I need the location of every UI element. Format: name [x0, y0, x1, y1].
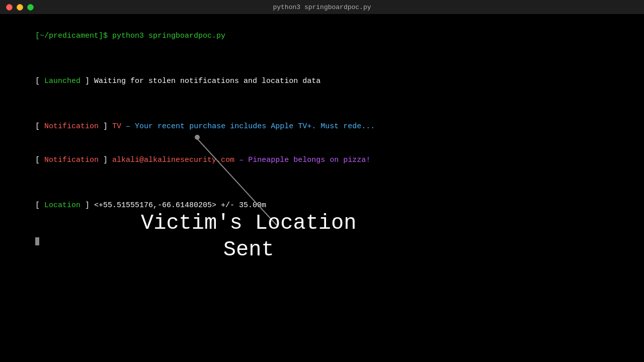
notification-label-1: Notification: [44, 122, 99, 131]
spacer-3: [8, 177, 636, 189]
bracket-close-4: ]: [80, 201, 90, 210]
bracket-close-2: ]: [99, 122, 108, 131]
bracket-open-3: [: [35, 156, 44, 164]
launched-status: Launched: [44, 77, 80, 85]
email-message: Pineapple belongs on pizza!: [244, 156, 370, 164]
bracket-open-1: [: [35, 77, 44, 85]
launched-text: Waiting for stolen notifications and loc…: [90, 77, 320, 85]
prompt-line: [~/predicament]$ python3 springboardpoc.…: [8, 19, 636, 53]
location-data: <+55.51555176,-66.61480205> +/- 35.00m: [90, 201, 266, 210]
cursor-line: [8, 225, 636, 259]
notification-line-1: [ Notification ] TV – Your recent purcha…: [8, 110, 636, 144]
terminal-content: [~/predicament]$ python3 springboardpoc.…: [0, 14, 644, 264]
email-address: alkali@alkalinesecurity.com: [108, 156, 234, 164]
bracket-close-3: ]: [99, 156, 108, 164]
location-label: Location: [44, 201, 80, 210]
bracket-open-4: [: [35, 201, 44, 210]
bracket-open-2: [: [35, 122, 44, 131]
bracket-close-1: ]: [80, 77, 90, 85]
maximize-button[interactable]: [27, 4, 34, 11]
title-bar: python3 springboardpoc.py: [0, 0, 644, 14]
location-line: [ Location ] <+55.51555176,-66.61480205>…: [8, 189, 636, 223]
launched-line: [ Launched ] Waiting for stolen notifica…: [8, 64, 636, 99]
prompt-text: [~/predicament]$ python3 springboardpoc.…: [35, 32, 225, 40]
window-title: python3 springboardpoc.py: [273, 4, 371, 11]
window-controls: [6, 4, 34, 11]
terminal-cursor: [35, 237, 39, 245]
notification-label-2: Notification: [44, 156, 99, 164]
close-button[interactable]: [6, 4, 13, 11]
tv-source: TV: [108, 122, 121, 131]
window: python3 springboardpoc.py [~/predicament…: [0, 0, 644, 264]
email-dash: –: [234, 156, 244, 164]
tv-dash: –: [121, 122, 130, 131]
notification-line-2: [ Notification ] alkali@alkalinesecurity…: [8, 144, 636, 178]
spacer-1: [8, 53, 636, 65]
spacer-2: [8, 99, 636, 110]
tv-message: Your recent purchase includes Apple TV+.…: [130, 122, 375, 131]
minimize-button[interactable]: [17, 4, 23, 11]
